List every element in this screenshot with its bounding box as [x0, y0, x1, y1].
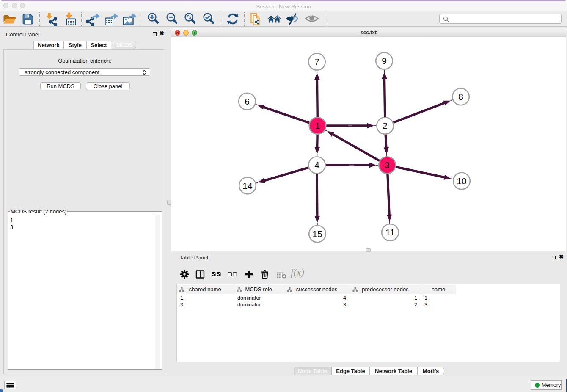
svg-text:14: 14	[242, 181, 253, 190]
svg-text:10: 10	[457, 176, 466, 186]
svg-text:3: 3	[385, 160, 390, 170]
svg-text:8: 8	[458, 92, 463, 102]
svg-text:11: 11	[385, 227, 395, 237]
svg-text:6: 6	[245, 97, 250, 106]
svg-text:15: 15	[312, 229, 322, 239]
svg-text:4: 4	[314, 160, 319, 170]
svg-text:9: 9	[382, 56, 387, 66]
svg-text:7: 7	[314, 57, 319, 66]
svg-text:2: 2	[383, 121, 388, 130]
svg-text:1: 1	[315, 121, 320, 130]
